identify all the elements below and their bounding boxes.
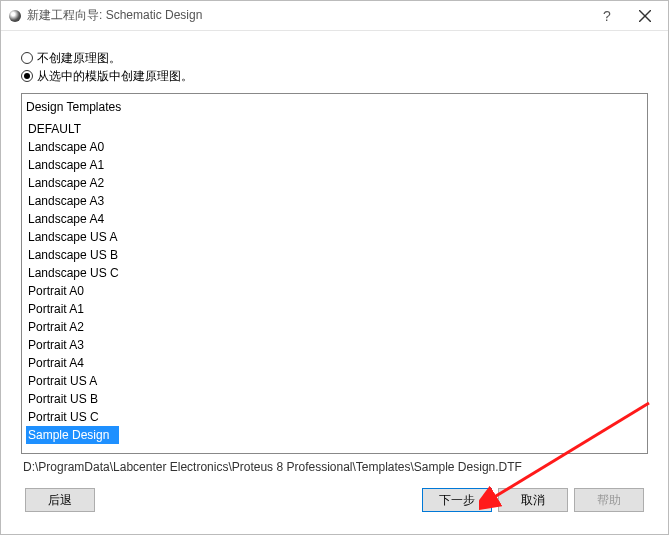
next-button[interactable]: 下一步 xyxy=(422,488,492,512)
list-item[interactable]: Portrait A0 xyxy=(26,282,647,300)
list-item[interactable]: Portrait US C xyxy=(26,408,647,426)
radio-no-schematic[interactable]: 不创建原理图。 xyxy=(21,49,648,67)
cancel-button[interactable]: 取消 xyxy=(498,488,568,512)
list-item[interactable]: Landscape US A xyxy=(26,228,647,246)
template-listbox[interactable]: Design Templates DEFAULTLandscape A0Land… xyxy=(21,93,648,454)
list-item[interactable]: Sample Design xyxy=(26,426,119,444)
list-item[interactable]: Landscape A1 xyxy=(26,156,647,174)
back-button[interactable]: 后退 xyxy=(25,488,95,512)
help-button[interactable]: ? xyxy=(588,1,626,31)
list-item[interactable]: Portrait A2 xyxy=(26,318,647,336)
wizard-dialog: 新建工程向导: Schematic Design ? 不创建原理图。 从选中的模… xyxy=(0,0,669,535)
list-item[interactable]: Portrait A1 xyxy=(26,300,647,318)
list-item[interactable]: Landscape A0 xyxy=(26,138,647,156)
help-button-footer[interactable]: 帮助 xyxy=(574,488,644,512)
radio-icon xyxy=(21,70,33,82)
radio-from-template[interactable]: 从选中的模版中创建原理图。 xyxy=(21,67,648,85)
template-path: D:\ProgramData\Labcenter Electronics\Pro… xyxy=(21,454,648,488)
content-area: 不创建原理图。 从选中的模版中创建原理图。 Design Templates D… xyxy=(1,31,668,534)
close-icon xyxy=(639,10,651,22)
radio-label: 不创建原理图。 xyxy=(37,49,121,67)
close-button[interactable] xyxy=(626,1,664,31)
list-item[interactable]: Portrait US A xyxy=(26,372,647,390)
list-item[interactable]: Portrait A4 xyxy=(26,354,647,372)
list-item[interactable]: Landscape US C xyxy=(26,264,647,282)
list-item[interactable]: Landscape US B xyxy=(26,246,647,264)
list-header: Design Templates xyxy=(26,98,647,116)
radio-label: 从选中的模版中创建原理图。 xyxy=(37,67,193,85)
list-item[interactable]: Landscape A3 xyxy=(26,192,647,210)
list-item[interactable]: Landscape A4 xyxy=(26,210,647,228)
list-item[interactable]: Portrait US B xyxy=(26,390,647,408)
window-title: 新建工程向导: Schematic Design xyxy=(27,7,202,24)
app-icon xyxy=(9,10,21,22)
titlebar: 新建工程向导: Schematic Design ? xyxy=(1,1,668,31)
schematic-option-group: 不创建原理图。 从选中的模版中创建原理图。 xyxy=(21,49,648,85)
radio-icon xyxy=(21,52,33,64)
list-item[interactable]: Portrait A3 xyxy=(26,336,647,354)
list-item[interactable]: Landscape A2 xyxy=(26,174,647,192)
button-row: 后退 下一步 取消 帮助 xyxy=(21,488,648,524)
list-item[interactable]: DEFAULT xyxy=(26,120,647,138)
